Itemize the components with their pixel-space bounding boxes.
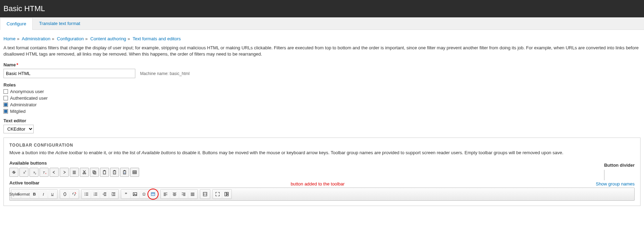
align-right-icon[interactable] [179,190,188,198]
bulleted-list-icon[interactable] [82,190,91,198]
svg-rect-21 [114,170,115,171]
format-description: A text format contains filters that chan… [3,45,641,57]
svg-rect-80 [227,194,228,196]
copy-icon[interactable] [90,168,99,177]
svg-line-34 [75,192,76,193]
align-justify-icon[interactable] [188,190,197,198]
checkbox-mitglied[interactable] [3,109,8,114]
unlink-icon[interactable] [70,190,78,198]
subscript-icon[interactable]: x2 [29,168,39,177]
crumb-authoring[interactable]: Content authoring [90,36,126,41]
text-editor-select[interactable]: CKEditor [3,125,34,133]
svg-text:I: I [42,192,44,196]
text-editor-label: Text editor [3,118,641,123]
toolbar-config-desc: Move a button into the Active toolbar to… [9,150,635,156]
page-title: Basic HTML [3,4,641,13]
crumb-config[interactable]: Configuration [57,36,84,41]
svg-text:2: 2 [25,170,26,172]
toolbar-config-title: TOOLBAR CONFIGURATION [9,143,635,148]
svg-rect-78 [225,192,226,196]
tab-translate[interactable]: Translate text format [33,17,86,30]
checkbox-administrator[interactable] [3,102,8,107]
checkbox-authenticated[interactable] [3,96,8,100]
align-left-icon[interactable] [161,190,170,198]
strike-icon[interactable]: S [9,168,18,177]
bold-icon[interactable]: B [30,190,39,198]
maximize-icon[interactable] [213,190,222,198]
svg-point-36 [85,194,85,194]
roles-label: Roles [3,82,641,88]
svg-text:B: B [33,192,36,196]
indent-icon[interactable] [109,190,118,198]
svg-rect-24 [124,170,125,171]
svg-line-14 [83,170,85,173]
svg-line-15 [83,170,85,173]
table-icon[interactable] [130,168,139,177]
svg-text:W: W [124,172,126,174]
undo-icon[interactable] [50,168,59,177]
cut-icon[interactable] [80,168,89,177]
iframe-icon[interactable] [149,190,157,198]
superscript-icon[interactable]: x2 [19,168,28,177]
blockquote-icon[interactable]: ” [122,190,130,198]
name-label: Name* [3,62,641,67]
svg-text:T: T [114,172,115,174]
show-blocks-icon[interactable] [222,190,231,198]
svg-text:”: ” [125,192,127,197]
paste-icon[interactable] [100,168,109,177]
svg-text:Ω: Ω [143,192,146,196]
svg-text:T: T [43,170,45,174]
svg-text:U: U [51,192,54,196]
italic-icon[interactable]: I [39,190,48,198]
image-icon[interactable] [131,190,139,198]
available-buttons-label: Available buttons [9,160,139,166]
name-input[interactable] [3,69,135,78]
link-icon[interactable] [61,190,69,198]
tab-configure[interactable]: Configure [0,17,33,30]
checkbox-anonymous[interactable] [3,89,8,94]
tabs-nav: Configure Translate text format [0,17,644,30]
svg-rect-60 [151,192,155,193]
redo-icon[interactable] [60,168,69,177]
svg-text:3: 3 [94,194,95,196]
crumb-admin[interactable]: Administration [22,36,50,41]
toolbar-configuration: TOOLBAR CONFIGURATION Move a button into… [3,138,641,206]
paste-word-icon[interactable]: W [120,168,129,177]
svg-rect-19 [104,170,105,171]
align-center-icon[interactable] [170,190,179,198]
crumb-editors[interactable]: Text formats and editors [133,36,181,41]
show-group-names-link[interactable]: Show group names [596,181,635,187]
svg-text:x: x [45,172,46,174]
annotation-text: button added to the toolbar [291,181,345,187]
svg-point-37 [85,195,85,196]
crumb-home[interactable]: Home [3,36,16,41]
format-dropdown[interactable]: Format▼ [21,190,29,198]
active-toolbar[interactable]: Styles▼ Format▼ B I U 123 ” Ω [9,188,635,201]
remove-format-icon[interactable]: Tx [40,168,49,177]
machine-name: Machine name: basic_html [140,71,190,76]
outdent-icon[interactable] [100,190,109,198]
divider-handle[interactable] [604,170,604,180]
svg-point-12 [83,173,84,174]
available-buttons-row[interactable]: S x2 x2 Tx T W [9,168,139,177]
svg-point-13 [85,173,86,174]
underline-icon[interactable]: U [48,190,57,198]
omega-icon[interactable]: Ω [140,190,148,198]
svg-point-35 [85,192,85,193]
source-icon[interactable] [201,190,209,198]
svg-rect-18 [103,171,106,174]
svg-rect-79 [227,192,228,193]
active-toolbar-label: Active toolbar [9,180,40,185]
numbered-list-icon[interactable]: 123 [91,190,100,198]
breadcrumb: Home» Administration» Configuration» Con… [3,36,641,41]
svg-text:2: 2 [35,172,36,175]
divider-label: Button divider [604,163,635,168]
justify-icon[interactable] [70,168,79,177]
paste-text-icon[interactable]: T [110,168,119,177]
